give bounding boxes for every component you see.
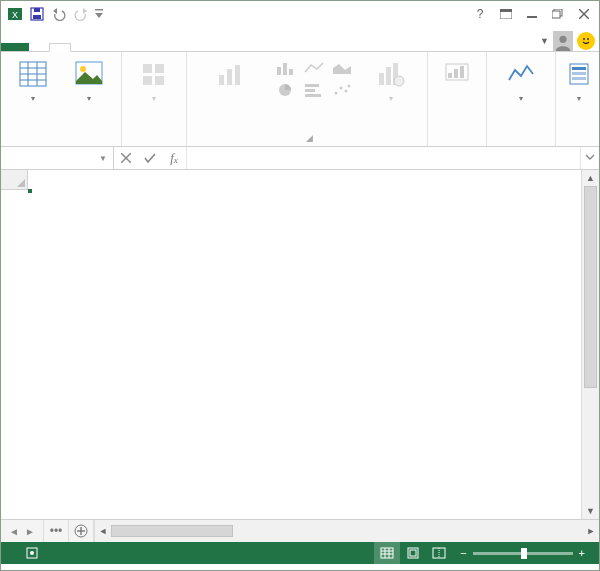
apps-icon <box>138 58 170 90</box>
svg-rect-24 <box>143 64 152 73</box>
picture-icon <box>73 58 105 90</box>
excel-icon[interactable]: X <box>5 4 25 24</box>
page-layout-view-icon[interactable] <box>400 542 426 564</box>
status-bar: − + <box>1 542 599 564</box>
worksheet-grid[interactable]: ▲ ▼ <box>1 170 599 519</box>
tab-loadtest[interactable] <box>111 44 131 51</box>
svg-rect-49 <box>460 66 464 78</box>
svg-rect-61 <box>381 548 393 558</box>
svg-rect-25 <box>155 64 164 73</box>
svg-rect-28 <box>219 75 224 85</box>
recommended-charts-button <box>193 56 271 92</box>
group-filters: ▾ <box>556 52 600 146</box>
svg-rect-5 <box>95 9 103 11</box>
sparkline-icon <box>505 58 537 90</box>
tab-data[interactable] <box>71 44 91 51</box>
close-icon[interactable] <box>573 5 595 23</box>
zoom-out-icon[interactable]: − <box>460 547 466 559</box>
chart-type-gallery <box>275 56 357 102</box>
chevron-down-icon[interactable]: ▼ <box>99 154 107 163</box>
svg-rect-48 <box>454 69 458 78</box>
sheet-overflow-icon[interactable]: ••• <box>44 520 69 542</box>
formula-input[interactable] <box>186 147 580 169</box>
group-apps: ▾ <box>122 52 187 146</box>
filters-button[interactable]: ▾ <box>562 56 596 103</box>
svg-rect-42 <box>379 73 384 85</box>
svg-rect-67 <box>410 550 416 556</box>
redo-icon[interactable] <box>71 4 91 24</box>
formula-bar: ▼ fx <box>1 147 599 170</box>
zoom-slider[interactable] <box>473 552 573 555</box>
name-box[interactable]: ▼ <box>1 147 114 169</box>
cancel-formula-icon[interactable] <box>114 153 138 163</box>
insert-function-icon[interactable]: fx <box>162 150 186 166</box>
svg-rect-3 <box>34 8 40 12</box>
quick-access-toolbar: X <box>1 4 105 24</box>
zoom-control[interactable]: − + <box>452 547 599 559</box>
save-icon[interactable] <box>27 4 47 24</box>
svg-rect-4 <box>33 15 41 19</box>
feedback-smile-icon[interactable] <box>577 32 595 50</box>
svg-point-13 <box>559 36 566 43</box>
svg-rect-52 <box>572 72 586 75</box>
undo-icon[interactable] <box>49 4 69 24</box>
window-controls: ? <box>469 5 599 23</box>
dialog-launcher-icon[interactable]: ◢ <box>306 133 313 143</box>
group-sparklines: ▾ <box>487 52 556 146</box>
apps-for-office-button: ▾ <box>128 56 180 103</box>
tab-home[interactable] <box>29 44 49 51</box>
sheet-nav[interactable]: ◄ ► <box>1 520 44 542</box>
ribbon-display-options-icon[interactable] <box>495 5 517 23</box>
sparklines-button[interactable]: ▾ <box>493 56 549 103</box>
scroll-right-icon[interactable]: ► <box>583 526 599 536</box>
sheet-nav-prev-icon[interactable]: ◄ <box>7 526 21 537</box>
scroll-up-icon[interactable]: ▲ <box>582 170 599 186</box>
pie-chart-icon <box>275 82 301 102</box>
tab-review[interactable] <box>91 44 111 51</box>
hscroll-thumb[interactable] <box>111 525 233 537</box>
macro-record-icon[interactable] <box>21 546 43 560</box>
page-break-view-icon[interactable] <box>426 542 452 564</box>
illustrations-button[interactable]: ▾ <box>63 56 115 103</box>
zoom-in-icon[interactable]: + <box>579 547 585 559</box>
select-all-corner[interactable] <box>1 170 28 190</box>
svg-rect-36 <box>305 89 315 92</box>
table-icon <box>17 58 49 90</box>
group-tables: ▾ ▾ <box>1 52 122 146</box>
svg-rect-53 <box>572 77 586 80</box>
tables-button[interactable]: ▾ <box>7 56 59 103</box>
minimize-icon[interactable] <box>521 5 543 23</box>
svg-point-39 <box>340 87 343 90</box>
column-headers[interactable] <box>28 170 581 189</box>
tab-powerpivot[interactable] <box>131 44 151 51</box>
tab-team[interactable] <box>151 44 171 51</box>
svg-rect-8 <box>527 16 537 18</box>
new-sheet-icon[interactable] <box>69 520 94 542</box>
area-chart-icon <box>331 60 357 80</box>
sheet-tab-bar: ◄ ► ••• ◄ ► <box>1 519 599 542</box>
scroll-down-icon[interactable]: ▼ <box>582 503 599 519</box>
sheet-nav-next-icon[interactable]: ► <box>23 526 37 537</box>
svg-rect-27 <box>155 76 164 85</box>
qat-customize-icon[interactable] <box>93 4 105 24</box>
normal-view-icon[interactable] <box>374 542 400 564</box>
scroll-thumb[interactable] <box>584 186 597 388</box>
formula-buttons: fx <box>114 147 186 169</box>
help-icon[interactable]: ? <box>469 5 491 23</box>
enter-formula-icon[interactable] <box>138 153 162 163</box>
tab-file[interactable] <box>1 43 29 51</box>
svg-rect-43 <box>386 67 391 85</box>
horizontal-scrollbar[interactable]: ◄ ► <box>94 520 599 542</box>
vertical-scrollbar[interactable]: ▲ ▼ <box>581 170 599 519</box>
expand-formula-bar-icon[interactable] <box>580 147 599 169</box>
group-charts: ▾ ◢ <box>187 52 428 146</box>
svg-point-38 <box>335 92 338 95</box>
signin-dropdown-icon[interactable]: ▼ <box>540 36 549 46</box>
scroll-left-icon[interactable]: ◄ <box>95 526 111 536</box>
avatar-icon[interactable] <box>553 31 573 51</box>
column-chart-icon <box>275 60 301 80</box>
tab-insert[interactable] <box>49 43 71 52</box>
ribbon-body: ▾ ▾ ▾ <box>1 52 599 147</box>
restore-icon[interactable] <box>547 5 569 23</box>
svg-rect-47 <box>448 73 452 78</box>
